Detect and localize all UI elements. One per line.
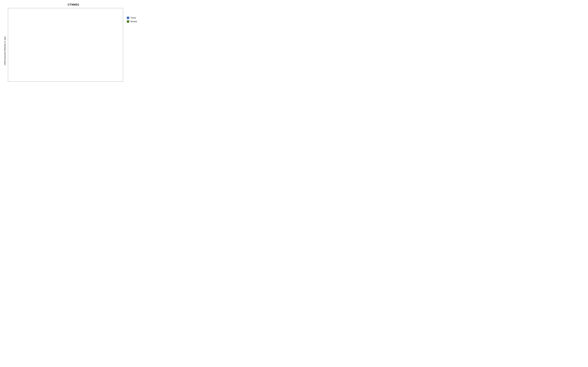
svg-rect-97 <box>33 46 33 47</box>
svg-rect-383 <box>115 68 116 68</box>
svg-rect-273 <box>85 44 85 44</box>
svg-rect-210 <box>67 52 67 53</box>
svg-rect-104 <box>35 48 35 49</box>
svg-rect-335 <box>105 48 105 48</box>
svg-rect-307 <box>95 55 95 55</box>
svg-rect-359 <box>108 50 108 50</box>
svg-rect-168 <box>52 54 53 54</box>
svg-rect-306 <box>95 50 95 51</box>
svg-rect-364 <box>108 48 109 48</box>
svg-rect-40 <box>15 63 16 64</box>
svg-rect-33 <box>16 55 16 56</box>
svg-rect-234 <box>74 46 74 46</box>
svg-rect-151 <box>46 38 47 38</box>
svg-rect-237 <box>74 69 75 70</box>
svg-rect-245 <box>78 53 78 53</box>
svg-rect-373 <box>116 61 117 61</box>
svg-rect-38 <box>16 62 16 62</box>
svg-rect-269 <box>84 52 84 52</box>
svg-rect-160 <box>53 49 54 50</box>
legend: Tumor Normal <box>124 7 144 89</box>
svg-rect-320 <box>99 53 99 53</box>
legend-label-tumor: Tumor <box>130 17 136 19</box>
svg-rect-51 <box>23 30 23 31</box>
svg-rect-137 <box>45 45 46 45</box>
svg-rect-227 <box>74 48 75 49</box>
svg-rect-50 <box>22 23 23 24</box>
svg-rect-341 <box>106 53 106 53</box>
svg-rect-83 <box>34 50 34 50</box>
svg-rect-285 <box>88 54 88 55</box>
svg-rect-360 <box>108 68 109 68</box>
svg-rect-77 <box>25 49 26 50</box>
svg-rect-182 <box>57 57 57 57</box>
svg-rect-233 <box>75 65 75 65</box>
svg-rect-22 <box>13 50 13 50</box>
svg-rect-112 <box>36 58 36 59</box>
svg-rect-264 <box>84 61 84 62</box>
svg-rect-58 <box>22 68 23 69</box>
svg-rect-88 <box>32 53 32 54</box>
svg-rect-49 <box>23 36 23 37</box>
svg-rect-19 <box>12 44 13 45</box>
svg-rect-184 <box>56 52 56 52</box>
svg-rect-331 <box>98 55 99 55</box>
svg-rect-54 <box>23 21 23 21</box>
svg-rect-336 <box>105 56 106 56</box>
svg-rect-68 <box>26 59 26 59</box>
svg-rect-37 <box>15 45 16 45</box>
svg-rect-120 <box>44 59 44 59</box>
svg-rect-367 <box>108 55 109 56</box>
svg-rect-321 <box>98 55 98 56</box>
svg-rect-158 <box>53 54 53 55</box>
svg-rect-291 <box>88 50 88 50</box>
svg-rect-361 <box>109 56 109 57</box>
svg-rect-144 <box>46 39 46 40</box>
svg-rect-329 <box>98 51 99 51</box>
svg-rect-34 <box>15 62 15 62</box>
svg-rect-74 <box>26 54 27 54</box>
svg-rect-209 <box>68 48 68 49</box>
svg-rect-347 <box>105 54 106 55</box>
svg-rect-161 <box>53 50 53 51</box>
svg-rect-147 <box>45 45 46 46</box>
svg-rect-155 <box>54 55 54 55</box>
svg-rect-304 <box>95 56 95 56</box>
svg-rect-30 <box>15 47 16 48</box>
svg-rect-123 <box>42 53 42 54</box>
svg-rect-277 <box>85 45 86 45</box>
chart-title: CTNND1 <box>3 2 144 7</box>
main-plot-svg <box>8 8 123 81</box>
x-axis-label: COAD <box>40 88 44 92</box>
svg-rect-59 <box>22 54 23 55</box>
svg-rect-328 <box>98 56 98 57</box>
svg-rect-175 <box>56 54 57 54</box>
svg-rect-23 <box>13 59 13 60</box>
svg-rect-21 <box>12 51 12 51</box>
svg-rect-255 <box>76 50 77 50</box>
svg-rect-18 <box>12 66 13 67</box>
svg-rect-91 <box>32 52 33 52</box>
svg-rect-35 <box>16 49 16 49</box>
svg-rect-251 <box>77 48 78 48</box>
svg-rect-142 <box>46 67 47 67</box>
svg-rect-132 <box>43 61 44 62</box>
svg-rect-366 <box>107 55 108 56</box>
svg-rect-167 <box>54 52 54 52</box>
y-tick-label: 18 <box>8 13 10 15</box>
legend-item-tumor: Tumor <box>127 17 144 19</box>
svg-rect-292 <box>87 52 87 53</box>
svg-rect-300 <box>95 50 95 50</box>
svg-rect-382 <box>116 65 116 65</box>
svg-rect-146 <box>46 63 47 64</box>
chart-area: mRNA Expression (RNASeq V2, log2) BLCABR… <box>3 7 144 89</box>
svg-rect-169 <box>53 55 53 56</box>
svg-rect-124 <box>43 40 43 41</box>
svg-rect-47 <box>23 66 23 66</box>
legend-box-tumor <box>127 17 129 19</box>
svg-rect-214 <box>68 54 68 55</box>
y-tick-label: 14 <box>8 44 10 45</box>
svg-rect-266 <box>84 47 84 48</box>
svg-rect-215 <box>66 53 66 54</box>
svg-rect-69 <box>26 66 26 67</box>
